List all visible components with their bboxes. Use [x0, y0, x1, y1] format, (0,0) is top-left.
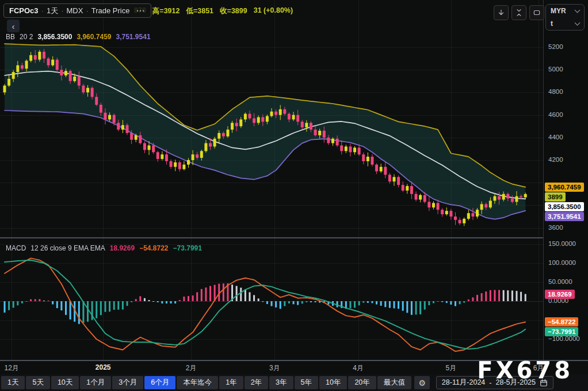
- range-button[interactable]: 1个月: [80, 376, 111, 389]
- price-badge: 3,960.7459: [545, 183, 584, 192]
- bb-lower-value: 3,751.9541: [116, 33, 151, 41]
- currency-unit-box: MYR t: [545, 4, 585, 31]
- range-button[interactable]: 5天: [26, 376, 49, 389]
- price-badge: 3,856.3500: [545, 202, 584, 211]
- time-axis-month-label: 5月: [446, 363, 457, 373]
- currency-select[interactable]: MYR: [546, 5, 584, 17]
- range-button[interactable]: 2年: [245, 376, 268, 389]
- range-button[interactable]: 本年迄今: [177, 376, 218, 389]
- macd-axis-tick: 100.0000: [548, 259, 576, 266]
- ohlc-low: 低=3851: [186, 6, 213, 16]
- separator-dot: ·: [86, 6, 88, 15]
- separator-dot: ·: [61, 6, 63, 15]
- settings-button[interactable]: ⚙: [414, 376, 430, 389]
- ohlc-high: 高=3912: [152, 6, 180, 16]
- bb-basis-value: 3,856.3500: [37, 33, 72, 41]
- macd-legend[interactable]: MACD 12 26 close 9 EMA EMA 18.9269 −54.8…: [6, 244, 202, 252]
- symbol-button[interactable]: FCPOc3 · 1天 · MDX · Trade Price •••: [3, 3, 151, 18]
- price-axis-tick: 5000: [548, 66, 563, 73]
- range-button[interactable]: 3年: [269, 376, 293, 389]
- macd-signal-value: −73.7991: [173, 244, 202, 252]
- bb-legend[interactable]: BB 20 2 3,856.3500 3,960.7459 3,751.9541: [6, 33, 151, 41]
- price-axis-tick: 4200: [548, 156, 563, 163]
- price-axis-tick: 4800: [548, 88, 563, 95]
- bb-legend-params: 20 2: [20, 33, 33, 41]
- trading-chart-app: FCPOc3 · 1天 · MDX · Trade Price ••• 870 …: [0, 0, 588, 391]
- macd-legend-name: MACD: [6, 244, 26, 252]
- chart-canvas[interactable]: [0, 0, 543, 360]
- price-axis[interactable]: 5200500048004600440042003600150.0000100.…: [543, 0, 588, 360]
- time-axis-month-label: 3月: [269, 363, 280, 373]
- range-button[interactable]: 10天: [51, 376, 79, 389]
- price-type-label: Trade Price: [91, 6, 130, 15]
- range-button[interactable]: 1天: [1, 376, 25, 389]
- currency-value: MYR: [551, 7, 566, 15]
- macd-hist-value: 18.9269: [110, 244, 135, 252]
- macd-badge: −73.7991: [545, 327, 578, 336]
- range-button[interactable]: 3个月: [112, 376, 143, 389]
- chevron-down-icon: [575, 7, 581, 13]
- back-button[interactable]: ‹: [7, 20, 20, 32]
- collapse-icon: [515, 9, 523, 17]
- more-menu-icon[interactable]: •••: [136, 8, 145, 14]
- maximize-icon: [533, 9, 541, 17]
- range-button[interactable]: 6个月: [144, 376, 175, 389]
- ohlc-change: 31 (+0.80%): [254, 6, 293, 16]
- range-button[interactable]: 20年: [348, 376, 376, 389]
- macd-badge: −54.8722: [545, 317, 578, 327]
- exchange-label: MDX: [67, 6, 83, 15]
- macd-line-value: −54.8722: [139, 244, 168, 252]
- maximize-pane-button[interactable]: [529, 5, 544, 20]
- interval-label: 1天: [47, 6, 58, 16]
- pane-down-icon: [497, 9, 505, 17]
- price-badge: 3899: [545, 192, 566, 202]
- price-axis-tick: 4400: [548, 134, 563, 141]
- pane-down-button[interactable]: [494, 5, 509, 20]
- watermark: FX678: [477, 357, 573, 384]
- bb-upper-value: 3,960.7459: [77, 33, 111, 41]
- time-axis-month-label: 2月: [186, 363, 197, 373]
- time-axis-month-label: 4月: [353, 363, 364, 373]
- macd-badge: 18.9269: [545, 290, 575, 299]
- range-button[interactable]: 5年: [295, 376, 318, 389]
- symbol-name: FCPOc3: [9, 6, 39, 15]
- macd-legend-params: 12 26 close 9 EMA EMA: [30, 244, 105, 252]
- bb-legend-name: BB: [6, 33, 15, 41]
- range-button[interactable]: 1年: [219, 376, 243, 389]
- range-buttons: 1天5天10天1个月3个月6个月本年迄今1年2年3年5年10年20年最大值: [1, 376, 411, 389]
- unit-select[interactable]: t: [546, 17, 584, 30]
- price-axis-tick: 3600: [548, 224, 563, 231]
- unit-value: t: [551, 20, 553, 28]
- price-axis-tick: 4600: [548, 111, 563, 118]
- collapse-pane-button[interactable]: [511, 5, 526, 20]
- gear-icon: ⚙: [419, 378, 426, 388]
- macd-axis-tick: 150.0000: [548, 240, 576, 247]
- time-axis-month-label: 2025: [96, 363, 111, 371]
- pane-controls: [494, 5, 544, 20]
- range-button[interactable]: 最大值: [377, 376, 412, 389]
- ohlc-readout: 870 高=3912 低=3851 收=3899 31 (+0.80%): [134, 6, 293, 16]
- price-badge: 3,751.9541: [545, 212, 584, 221]
- time-axis-month-label: 12月: [4, 363, 18, 373]
- price-axis-tick: 5200: [548, 43, 563, 50]
- macd-axis-tick: 50.0000: [548, 278, 572, 285]
- back-icon: ‹: [12, 21, 15, 31]
- chevron-down-icon: [575, 20, 581, 26]
- ohlc-close: 收=3899: [220, 6, 247, 16]
- range-button[interactable]: 10年: [319, 376, 347, 389]
- separator-dot: ·: [41, 6, 44, 15]
